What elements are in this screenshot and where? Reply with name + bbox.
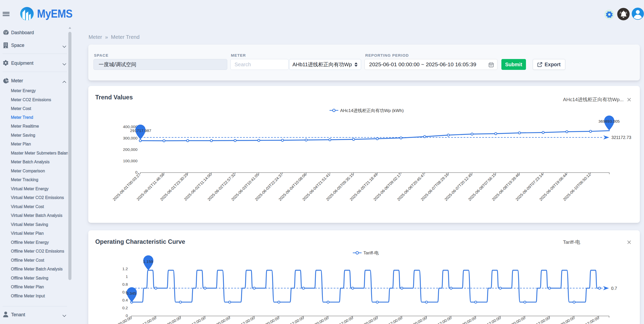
svg-text:0.8: 0.8 [122,282,128,286]
svg-text:1: 1 [126,274,128,279]
svg-text:369893.005: 369893.005 [598,119,620,123]
svg-text:1.2: 1.2 [122,267,128,271]
svg-text:0.4: 0.4 [122,298,128,302]
svg-text:400,000: 400,000 [123,124,137,129]
svg-text:200,000: 200,000 [123,147,137,152]
svg-text:Tariff-电: Tariff-电 [363,251,379,255]
svg-text:100,000: 100,000 [123,159,137,163]
svg-text:300,000: 300,000 [123,136,137,140]
svg-text:291717.987: 291717.987 [130,128,151,133]
svg-text:0.7: 0.7 [611,286,617,291]
svg-text:1.159: 1.159 [143,259,153,264]
svg-text:321172.73: 321172.73 [611,135,631,140]
svg-text:AHc14进线柜正向有功Wp (kWh): AHc14进线柜正向有功Wp (kWh) [340,108,404,113]
svg-text:0.2: 0.2 [122,306,128,310]
svg-text:0.345: 0.345 [126,291,136,296]
